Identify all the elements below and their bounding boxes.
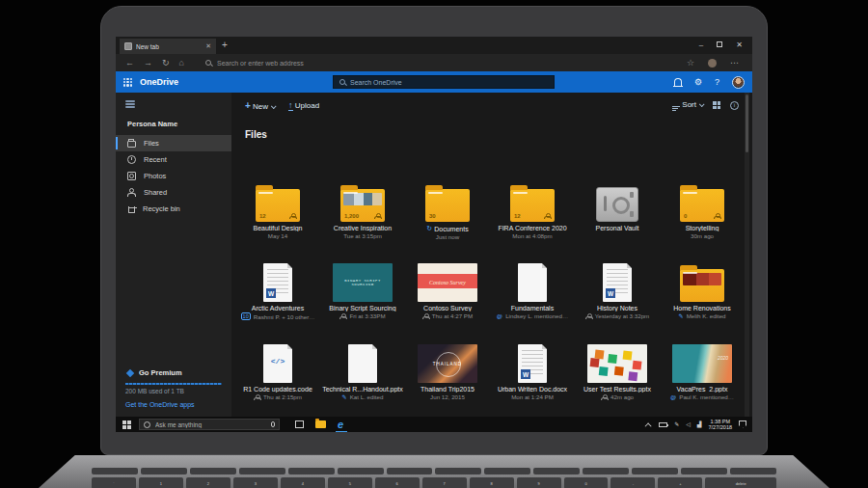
tab-close-icon[interactable]: ✕ — [205, 42, 211, 50]
file-thumbnail: 0 — [660, 174, 745, 222]
sidebar-item-recycle-bin[interactable]: Recycle bin — [116, 201, 231, 217]
file-tile[interactable]: User Test Results.pptx42m ago — [575, 335, 660, 400]
help-icon[interactable]: ? — [715, 77, 719, 87]
back-icon[interactable]: ← — [125, 58, 134, 68]
task-view-icon[interactable] — [295, 420, 304, 428]
person-icon — [339, 313, 346, 319]
sidebar-item-photos[interactable]: Photos — [116, 168, 231, 184]
new-button[interactable]: + New — [245, 100, 275, 111]
clock-icon — [127, 155, 136, 164]
file-tile[interactable]: Personal Vault — [575, 174, 660, 232]
folder-icon — [127, 141, 136, 148]
keyboard-key: 4 — [281, 477, 325, 488]
upload-button[interactable]: ↑ Upload — [288, 101, 319, 110]
chevron-down-icon — [271, 103, 277, 109]
notifications-bell-icon[interactable] — [674, 78, 682, 86]
file-tile[interactable]: 1,200Creative InspirationTue at 3:15pm — [320, 174, 405, 239]
file-subtext: Just now — [405, 233, 490, 240]
sort-button[interactable]: Sort — [672, 100, 703, 111]
file-tile[interactable]: WHistory NotesYesterday at 3:32pm — [575, 254, 660, 319]
keyboard-key: 1 — [139, 477, 183, 488]
file-subtext: 10Rashmi P. + 10 other… — [235, 312, 320, 320]
file-subtext: ✎Melih K. edited — [660, 312, 745, 319]
folder-item-count: 30 — [429, 213, 436, 219]
chevron-down-icon — [699, 101, 705, 107]
cortana-search-input[interactable]: Ask me anything — [155, 421, 266, 428]
file-tile[interactable]: THAILANDThailand Trip2015Jun 12, 2015 — [405, 335, 490, 400]
refresh-icon[interactable]: ↻ — [162, 58, 170, 68]
hub-icon[interactable] — [708, 59, 717, 68]
file-tile[interactable]: </>R1 Code updates.codeThu at 2:15pm — [235, 335, 320, 400]
forward-icon[interactable]: → — [144, 58, 152, 68]
keyboard-key: 9 — [517, 477, 561, 488]
info-icon[interactable]: i — [730, 101, 739, 110]
go-premium-button[interactable]: Go Premium — [127, 368, 182, 377]
keyboard-key — [338, 468, 384, 474]
address-input[interactable]: Search or enter web address — [217, 60, 687, 67]
onedrive-logo-text[interactable]: OneDrive — [140, 77, 178, 87]
file-tile[interactable]: 0Storytelling30m ago — [660, 174, 745, 239]
person-icon — [585, 313, 592, 319]
close-button[interactable]: ✕ — [736, 41, 743, 49]
file-tile[interactable]: BINARY SCRIPT SOURCINGBinary Script Sour… — [320, 254, 405, 319]
file-thumbnail: </> — [235, 335, 320, 383]
file-thumbnail: THAILAND — [405, 335, 490, 383]
file-name: History Notes — [575, 305, 660, 312]
settings-gear-icon[interactable]: ⚙ — [694, 77, 702, 87]
file-thumbnail — [575, 174, 660, 222]
pen-icon[interactable]: ✎ — [674, 421, 679, 427]
content-scrollbar[interactable] — [745, 93, 749, 417]
user-avatar[interactable] — [732, 76, 745, 89]
battery-icon[interactable] — [659, 422, 667, 427]
onedrive-search-input[interactable]: Search OneDrive — [350, 79, 402, 86]
file-tile[interactable]: Fundamentals@Lindsey L. mentioned… — [490, 254, 575, 319]
file-tile[interactable]: WUrban Writen Doc.docxMon at 1:24 PM — [490, 335, 575, 400]
home-icon[interactable]: ⌂ — [179, 58, 184, 68]
browser-tab-newtab[interactable]: New tab ✕ — [120, 39, 216, 54]
more-menu-icon[interactable]: ⋯ — [730, 58, 739, 68]
new-tab-button[interactable]: + — [222, 41, 228, 50]
file-tile[interactable]: 30↻DocumentsJust now — [405, 174, 490, 240]
tray-expand-chevron-icon[interactable] — [645, 422, 652, 429]
get-onedrive-apps-link[interactable]: Get the OneDrive apps — [125, 401, 195, 408]
file-name: Contoso Survey — [405, 305, 490, 312]
file-tile[interactable]: Technical R...Handout.pptx✎Kat L. edited — [320, 335, 405, 400]
start-button[interactable] — [122, 420, 131, 429]
file-tile[interactable]: 12FIRA Conference 2020Mon at 4:08pm — [490, 174, 575, 239]
app-launcher-icon[interactable] — [123, 78, 132, 87]
file-thumbnail: 30 — [405, 174, 490, 222]
maximize-button[interactable] — [717, 41, 722, 47]
keyboard-key — [387, 468, 433, 474]
minimize-button[interactable]: – — [699, 41, 703, 49]
onedrive-search-box[interactable]: Search OneDrive — [333, 75, 555, 89]
file-tile[interactable]: 2020VacaPres_2.pptx@Paul K. mentioned… — [660, 335, 745, 400]
scrollbar-thumb[interactable] — [746, 95, 748, 152]
edge-browser-icon[interactable]: e — [338, 420, 343, 430]
cortana-search-box[interactable]: Ask me anything — [139, 419, 280, 430]
sidebar-item-files[interactable]: Files — [116, 135, 231, 151]
file-name: Home Renovations — [660, 305, 745, 312]
file-thumbnail: Contoso Survey — [405, 254, 490, 302]
file-tile[interactable]: WArctic Adventures10Rashmi P. + 10 other… — [235, 254, 320, 320]
sidebar-item-recent[interactable]: Recent — [116, 151, 231, 168]
menu-hamburger-icon[interactable] — [125, 100, 135, 108]
keyboard-key — [632, 468, 678, 474]
microphone-icon[interactable] — [271, 421, 275, 427]
action-center-icon[interactable] — [739, 420, 746, 428]
shared-person-icon — [714, 213, 720, 219]
premium-label: Go Premium — [139, 368, 182, 377]
file-tile[interactable]: 12Beautiful DesignMay 14 — [235, 174, 320, 239]
laptop-keyboard-base: `1234567890-+delete — [39, 455, 829, 488]
network-icon[interactable]: ▟ — [697, 421, 702, 427]
taskbar-clock[interactable]: 1:38 PM 7/27/2018 — [709, 419, 732, 430]
grid-view-icon[interactable] — [713, 101, 720, 109]
file-explorer-icon[interactable] — [315, 420, 326, 428]
sidebar-item-shared[interactable]: Shared — [116, 184, 231, 201]
person-icon — [422, 313, 429, 319]
file-subtext: @Paul K. mentioned… — [660, 393, 745, 400]
file-tile[interactable]: Contoso SurveyContoso SurveyThu at 4:27 … — [405, 254, 490, 319]
volume-icon[interactable]: ◁ — [686, 421, 691, 427]
file-tile[interactable]: Home Renovations✎Melih K. edited — [660, 254, 745, 319]
keyboard-key — [288, 468, 335, 474]
favorites-star-icon[interactable]: ☆ — [687, 58, 694, 68]
